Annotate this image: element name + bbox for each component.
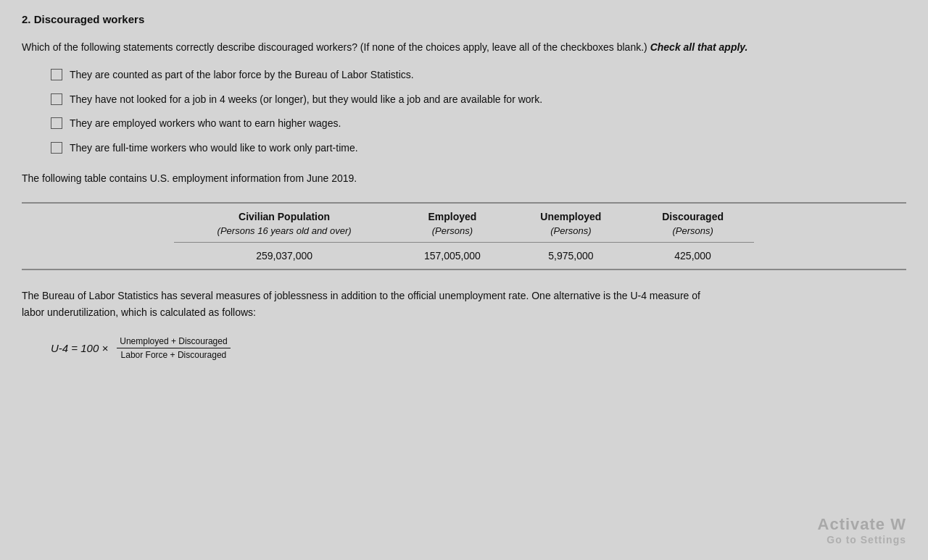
- list-item: They are full-time workers who would lik…: [51, 141, 906, 156]
- list-item: They are counted as part of the labor fo…: [51, 68, 906, 83]
- checkbox-label-3: They are employed workers who want to ea…: [70, 117, 341, 131]
- formula-denominator: Labor Force + Discouraged: [118, 348, 230, 360]
- col-header-unemployed: Unemployed: [510, 204, 632, 225]
- section-title: 2. Discouraged workers: [22, 13, 906, 25]
- list-item: They are employed workers who want to ea…: [51, 117, 906, 131]
- page-container: 2. Discouraged workers Which of the foll…: [0, 0, 928, 560]
- data-table: Civilian Population Employed Unemployed …: [174, 204, 754, 269]
- cell-unemployed: 5,975,000: [510, 243, 632, 269]
- data-table-wrapper: Civilian Population Employed Unemployed …: [22, 202, 906, 270]
- question-text: Which of the following statements correc…: [22, 40, 906, 55]
- formula-block: U-4 = 100 × Unemployed + Discouraged Lab…: [51, 336, 906, 360]
- checkbox-3[interactable]: [51, 117, 62, 129]
- bureau-text-2: labor underutilization, which is calcula…: [22, 306, 256, 318]
- table-subheader-row: (Persons 16 years old and over) (Persons…: [174, 225, 754, 243]
- formula-fraction: Unemployed + Discouraged Labor Force + D…: [117, 336, 230, 360]
- cell-employed: 157,005,000: [394, 243, 510, 269]
- col-header-discouraged: Discouraged: [631, 204, 754, 225]
- list-item: They have not looked for a job in 4 week…: [51, 93, 906, 107]
- formula-numerator: Unemployed + Discouraged: [117, 336, 230, 348]
- question-intro: Which of the following statements correc…: [22, 41, 647, 53]
- question-emphasis: Check all that apply.: [650, 41, 748, 53]
- col-sub-civilian: (Persons 16 years old and over): [174, 225, 394, 243]
- activate-watermark: Activate W Go to Settings: [818, 515, 906, 546]
- checkbox-label-4: They are full-time workers who would lik…: [70, 141, 358, 156]
- bureau-paragraph: The Bureau of Labor Statistics has sever…: [22, 288, 906, 320]
- col-header-employed: Employed: [394, 204, 510, 225]
- bureau-text-1: The Bureau of Labor Statistics has sever…: [22, 290, 700, 301]
- col-sub-discouraged: (Persons): [631, 225, 754, 243]
- col-sub-unemployed: (Persons): [510, 225, 632, 243]
- checkbox-label-1: They are counted as part of the labor fo…: [70, 68, 414, 83]
- checkbox-2[interactable]: [51, 93, 62, 105]
- cell-civilian: 259,037,000: [174, 243, 394, 269]
- checkbox-4[interactable]: [51, 142, 62, 154]
- checkbox-label-2: They have not looked for a job in 4 week…: [70, 93, 542, 107]
- table-intro: The following table contains U.S. employ…: [22, 171, 906, 186]
- formula-label: U-4 = 100 ×: [51, 342, 108, 354]
- cell-discouraged: 425,000: [631, 243, 754, 269]
- table-row: 259,037,000 157,005,000 5,975,000 425,00…: [174, 243, 754, 269]
- col-sub-employed: (Persons): [394, 225, 510, 243]
- table-header-row: Civilian Population Employed Unemployed …: [174, 204, 754, 225]
- col-header-civilian: Civilian Population: [174, 204, 394, 225]
- checkbox-list: They are counted as part of the labor fo…: [51, 68, 906, 155]
- checkbox-1[interactable]: [51, 69, 62, 80]
